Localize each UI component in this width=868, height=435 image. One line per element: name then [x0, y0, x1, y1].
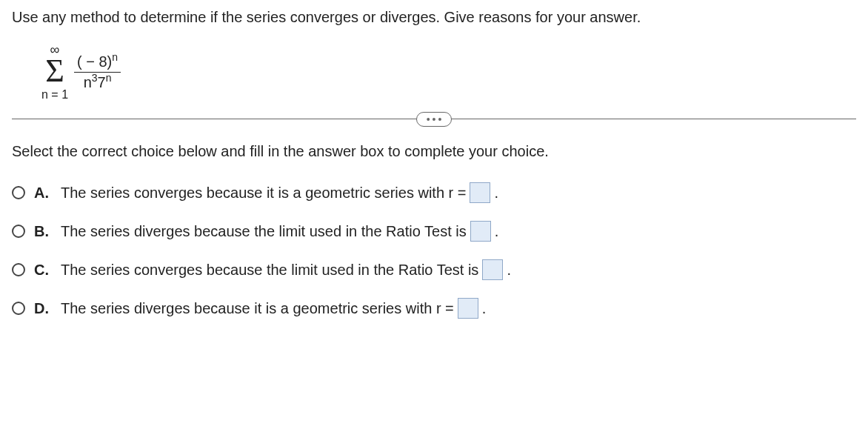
radio-c[interactable]: [12, 263, 25, 276]
choice-a: A. The series converges because it is a …: [12, 182, 856, 203]
series-formula: ∞ Σ n = 1 ( − 8)n n37n: [12, 41, 856, 101]
answer-box-c[interactable]: [482, 259, 503, 280]
sigma-symbol: Σ: [45, 55, 64, 87]
fraction: ( − 8)n n37n: [74, 53, 121, 91]
choice-text: The series diverges because the limit us…: [61, 223, 467, 240]
choice-c: C. The series converges because the limi…: [12, 259, 856, 280]
choice-text: The series converges because it is a geo…: [61, 185, 466, 202]
choices-group: A. The series converges because it is a …: [12, 182, 856, 319]
instruction-text: Select the correct choice below and fill…: [12, 143, 856, 160]
choice-suffix: .: [482, 300, 487, 317]
choice-suffix: .: [494, 185, 498, 202]
answer-box-d[interactable]: [458, 298, 478, 319]
choice-letter: A.: [34, 185, 52, 202]
sigma-lower: n = 1: [41, 89, 68, 101]
section-divider: •••: [12, 119, 856, 119]
question-text: Use any method to determine if the serie…: [12, 9, 856, 26]
radio-b[interactable]: [12, 225, 25, 238]
choice-b: B. The series diverges because the limit…: [12, 221, 856, 242]
choice-suffix: .: [495, 223, 499, 240]
choice-suffix: .: [507, 262, 511, 279]
radio-a[interactable]: [12, 186, 25, 199]
choice-d: D. The series diverges because it is a g…: [12, 298, 856, 319]
answer-box-b[interactable]: [470, 221, 491, 242]
numerator: ( − 8)n: [74, 53, 121, 73]
expand-ellipsis-icon[interactable]: •••: [416, 112, 452, 127]
choice-letter: D.: [34, 300, 52, 317]
choice-text: The series converges because the limit u…: [61, 262, 478, 279]
denominator: n37n: [81, 73, 115, 91]
choice-letter: B.: [34, 223, 52, 240]
choice-letter: C.: [34, 262, 52, 279]
radio-d[interactable]: [12, 302, 25, 315]
choice-text: The series diverges because it is a geom…: [61, 300, 454, 317]
answer-box-a[interactable]: [470, 182, 490, 203]
